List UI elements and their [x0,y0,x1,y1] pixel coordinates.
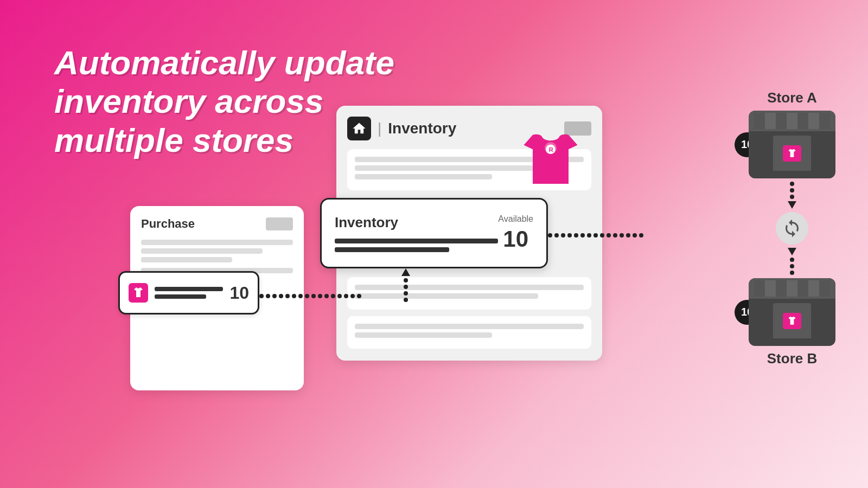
dot [790,264,794,268]
purchase-line2 [141,248,263,254]
svg-rect-13 [819,280,830,297]
store-b-door [773,303,811,338]
store-a-awning [749,111,835,131]
dot [404,278,408,282]
dotted-line-purchase-to-inventory [259,294,361,298]
dot [639,233,643,237]
dot [404,285,408,289]
connector-a-to-sync [788,178,796,212]
store-b-wrapper: 10 [749,278,835,346]
dot [331,294,335,298]
app-icon [347,117,371,140]
purchase-line1 [141,240,293,245]
svg-rect-11 [776,280,787,297]
shirt-image-area: R [521,130,586,201]
inventory-highlight-lines [335,239,498,252]
svg-rect-5 [754,113,765,129]
inventory-available: Available 10 [498,214,533,252]
shirt-large-icon: R [521,130,580,190]
dot [790,258,794,262]
inventory-lower-lines [347,277,591,349]
inventory-highlight-left: Inventory [335,214,498,252]
inv-line2 [355,165,538,171]
dot [790,182,794,186]
inv-h-line2 [335,247,449,252]
divider: | [378,120,381,137]
svg-rect-12 [797,280,808,297]
svg-rect-8 [819,113,830,129]
inv-line3 [355,174,492,179]
svg-rect-9 [754,280,830,297]
available-label: Available [498,214,533,224]
inv-lower-line3 [355,324,584,329]
dot [272,294,277,298]
inv-lower-line4 [355,332,492,338]
dot [620,233,624,237]
svg-point-0 [137,291,139,293]
dot [298,294,303,298]
inventory-lower-area2 [347,316,591,349]
svg-rect-6 [776,113,787,129]
svg-text:R: R [549,146,553,153]
purchase-shirt-icon [129,283,148,303]
dot [561,233,565,237]
dot [305,294,309,298]
purchase-card-title: Purchase [141,217,195,231]
awning-stripes-icon [754,113,830,129]
dot [279,294,283,298]
dot [554,233,559,237]
inv-lower-line1 [355,285,584,290]
inv-lower-line2 [355,293,538,299]
dot [318,294,322,298]
svg-rect-4 [754,113,830,129]
purchase-card-header: Purchase [141,217,293,231]
dot [404,298,408,302]
svg-rect-10 [754,280,765,297]
dot [285,294,290,298]
dot [350,294,355,298]
store-b-door-area [749,299,835,338]
dotted-line-inventory-to-sync [548,233,643,237]
inventory-highlight-title: Inventory [335,214,498,231]
connector-sync-to-b [788,245,796,278]
arrow-down-icon [788,248,796,255]
inv-h-line1 [335,239,498,243]
purchase-quantity: 10 [229,283,249,303]
dot [404,291,408,296]
dot [613,233,617,237]
store-a-shirt-svg [786,148,798,159]
dot [337,294,342,298]
dot [790,195,794,199]
svg-rect-7 [797,113,808,129]
purchase-line-a [155,287,223,291]
dot [324,294,329,298]
inventory-lower-area [347,277,591,310]
dot [626,233,630,237]
arrow-down-icon [788,201,796,209]
dot [593,233,598,237]
purchase-card-button [266,217,293,230]
store-a-label: Store A [767,89,817,106]
dot [266,294,270,298]
available-number: 10 [498,226,533,252]
purchase-lines [155,287,223,299]
dot [580,233,585,237]
awning-b-stripes-icon [754,280,830,297]
inventory-highlight: Inventory Available 10 [320,198,548,268]
store-a-wrapper: 10 [749,111,835,178]
dot [790,271,794,275]
store-a-door-area [749,131,835,171]
arrow-up-icon [401,268,410,276]
store-b-shirt-icon [783,313,801,329]
store-b-label: Store B [767,350,817,367]
dot [607,233,611,237]
dot [311,294,316,298]
dot [259,294,264,298]
purchase-line3 [141,257,232,262]
store-a-shirt-icon [783,145,801,162]
dot [292,294,296,298]
dot [790,188,794,192]
sync-icon [776,212,808,245]
inventory-card-title: Inventory [388,120,456,137]
dot [357,294,361,298]
